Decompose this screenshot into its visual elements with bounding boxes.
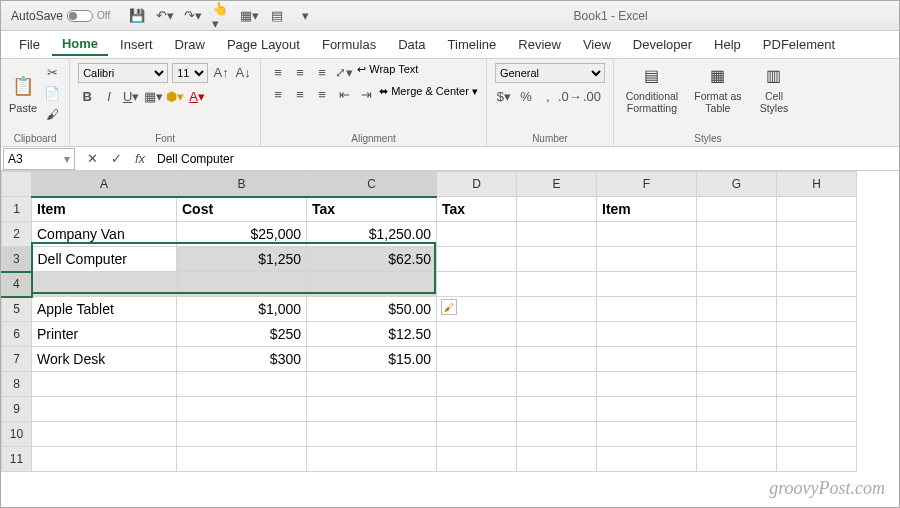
save-icon[interactable]: 💾 (128, 7, 146, 25)
col-header-G[interactable]: G (697, 172, 777, 197)
cell-D11[interactable] (437, 447, 517, 472)
col-header-F[interactable]: F (597, 172, 697, 197)
font-size-select[interactable]: 11 (172, 63, 208, 83)
undo-icon[interactable]: ↶▾ (156, 7, 174, 25)
cell-B3[interactable]: $1,250 (177, 247, 307, 272)
fx-icon[interactable]: fx (131, 150, 149, 168)
row-header-10[interactable]: 10 (2, 422, 32, 447)
cell-C9[interactable] (307, 397, 437, 422)
row-header-9[interactable]: 9 (2, 397, 32, 422)
cell-A2[interactable]: Company Van (32, 222, 177, 247)
cell-F11[interactable] (597, 447, 697, 472)
cell-B7[interactable]: $300 (177, 347, 307, 372)
cell-A4[interactable] (32, 272, 177, 297)
row-header-3[interactable]: 3 (2, 247, 32, 272)
cell-B5[interactable]: $1,000 (177, 297, 307, 322)
menu-draw[interactable]: Draw (165, 34, 215, 55)
cell-H1[interactable] (777, 197, 857, 222)
cell-G5[interactable] (697, 297, 777, 322)
cell-C8[interactable] (307, 372, 437, 397)
cell-C6[interactable]: $12.50 (307, 322, 437, 347)
cell-D2[interactable] (437, 222, 517, 247)
currency-icon[interactable]: $▾ (495, 87, 513, 105)
cell-A5[interactable]: Apple Tablet (32, 297, 177, 322)
menu-view[interactable]: View (573, 34, 621, 55)
increase-font-icon[interactable]: A↑ (212, 63, 230, 81)
cell-G8[interactable] (697, 372, 777, 397)
conditional-formatting-button[interactable]: ▤ Conditional Formatting (622, 63, 682, 114)
merge-center-button[interactable]: ⬌ Merge & Center ▾ (379, 85, 478, 103)
cell-C5[interactable]: $50.00 (307, 297, 437, 322)
cell-H4[interactable] (777, 272, 857, 297)
orientation-icon[interactable]: ⤢▾ (335, 63, 353, 81)
cell-H7[interactable] (777, 347, 857, 372)
formula-bar-input[interactable] (157, 152, 893, 166)
cell-G11[interactable] (697, 447, 777, 472)
cell-D1[interactable]: Tax (437, 197, 517, 222)
row-header-5[interactable]: 5 (2, 297, 32, 322)
cell-H10[interactable] (777, 422, 857, 447)
cell-B1[interactable]: Cost (177, 197, 307, 222)
cell-A9[interactable] (32, 397, 177, 422)
redo-icon[interactable]: ↷▾ (184, 7, 202, 25)
menu-page-layout[interactable]: Page Layout (217, 34, 310, 55)
menu-review[interactable]: Review (508, 34, 571, 55)
cell-F4[interactable] (597, 272, 697, 297)
cell-F8[interactable] (597, 372, 697, 397)
cell-G4[interactable] (697, 272, 777, 297)
cell-H9[interactable] (777, 397, 857, 422)
cell-B6[interactable]: $250 (177, 322, 307, 347)
cell-B4[interactable] (177, 272, 307, 297)
cell-A1[interactable]: Item (32, 197, 177, 222)
cell-C10[interactable] (307, 422, 437, 447)
cell-G10[interactable] (697, 422, 777, 447)
row-header-8[interactable]: 8 (2, 372, 32, 397)
cell-H11[interactable] (777, 447, 857, 472)
cell-D9[interactable] (437, 397, 517, 422)
number-format-select[interactable]: General (495, 63, 605, 83)
cell-A8[interactable] (32, 372, 177, 397)
row-header-7[interactable]: 7 (2, 347, 32, 372)
row-header-1[interactable]: 1 (2, 197, 32, 222)
cell-F3[interactable] (597, 247, 697, 272)
worksheet-grid[interactable]: A B C D E F G H 1 Item Cost Tax Tax Item… (1, 171, 899, 472)
menu-pdfelement[interactable]: PDFelement (753, 34, 845, 55)
more-icon[interactable]: ▾ (296, 7, 314, 25)
menu-insert[interactable]: Insert (110, 34, 163, 55)
italic-icon[interactable]: I (100, 87, 118, 105)
font-color-icon[interactable]: A▾ (188, 87, 206, 105)
align-middle-icon[interactable]: ≡ (291, 63, 309, 81)
row-header-4[interactable]: 4 (2, 272, 32, 297)
cell-A6[interactable]: Printer (32, 322, 177, 347)
select-all-corner[interactable] (2, 172, 32, 197)
cell-B10[interactable] (177, 422, 307, 447)
align-right-icon[interactable]: ≡ (313, 85, 331, 103)
cell-B9[interactable] (177, 397, 307, 422)
menu-timeline[interactable]: Timeline (438, 34, 507, 55)
col-header-H[interactable]: H (777, 172, 857, 197)
cell-H2[interactable] (777, 222, 857, 247)
cell-B8[interactable] (177, 372, 307, 397)
cell-D7[interactable] (437, 347, 517, 372)
cell-E8[interactable] (517, 372, 597, 397)
cell-B11[interactable] (177, 447, 307, 472)
cancel-icon[interactable]: ✕ (83, 150, 101, 168)
cell-F9[interactable] (597, 397, 697, 422)
col-header-A[interactable]: A (32, 172, 177, 197)
cut-icon[interactable]: ✂ (43, 63, 61, 81)
cell-H3[interactable] (777, 247, 857, 272)
cell-E11[interactable] (517, 447, 597, 472)
cell-F6[interactable] (597, 322, 697, 347)
cell-E6[interactable] (517, 322, 597, 347)
cell-E7[interactable] (517, 347, 597, 372)
menu-home[interactable]: Home (52, 33, 108, 56)
cell-G7[interactable] (697, 347, 777, 372)
align-left-icon[interactable]: ≡ (269, 85, 287, 103)
name-box[interactable]: A3 ▾ (3, 148, 75, 170)
decrease-font-icon[interactable]: A↓ (234, 63, 252, 81)
cell-F5[interactable] (597, 297, 697, 322)
toggle-off-icon[interactable] (67, 10, 93, 22)
row-header-2[interactable]: 2 (2, 222, 32, 247)
copy-icon[interactable]: 📄 (43, 84, 61, 102)
cell-B2[interactable]: $25,000 (177, 222, 307, 247)
